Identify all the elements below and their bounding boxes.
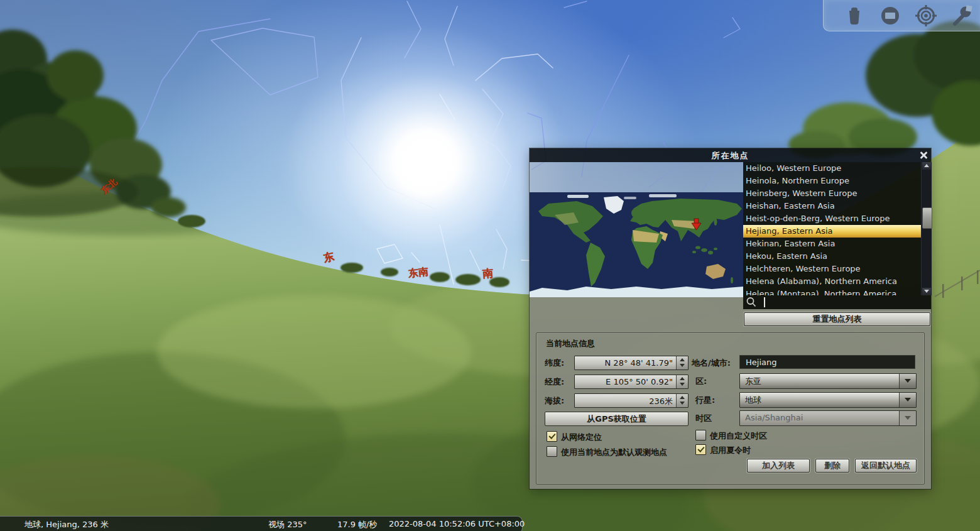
checkbox-label: 使用当前地点为默认观测地点: [561, 447, 667, 458]
top-toolbar: [823, 0, 980, 31]
planet-value: 地球: [745, 395, 761, 406]
stellarium-app: 阳: [0, 0, 980, 531]
location-list[interactable]: Heiloo, Western Europe Heinola, Northern…: [743, 162, 921, 295]
cardinal-label-south: 南: [482, 266, 494, 281]
timezone-value: Asia/Shanghai: [745, 413, 803, 422]
checkbox-daylight-saving[interactable]: [695, 444, 706, 455]
list-item[interactable]: Hekou, Eastern Asia: [743, 250, 921, 263]
location-dialog: 所在地点: [530, 148, 931, 489]
latitude-spinbox[interactable]: N 28° 48' 41.79": [574, 356, 689, 370]
altitude-value: 236米: [649, 396, 673, 407]
longitude-spinbox[interactable]: E 105° 50' 0.92": [574, 375, 689, 389]
location-marker-icon[interactable]: [844, 5, 865, 26]
checkbox-custom-timezone[interactable]: [695, 430, 706, 441]
altitude-label: 海拔:: [545, 395, 564, 407]
longitude-value: E 105° 50' 0.92": [606, 377, 673, 386]
checkbox-default-location[interactable]: [547, 446, 557, 457]
world-map[interactable]: [530, 192, 743, 297]
list-item-selected[interactable]: Hejiang, Eastern Asia: [743, 225, 921, 238]
text-caret: [764, 297, 765, 307]
latitude-label: 纬度:: [545, 358, 564, 369]
location-search-input[interactable]: [743, 295, 931, 309]
close-icon[interactable]: [919, 151, 928, 160]
cardinal-label-southeast: 东南: [408, 265, 429, 280]
scroll-up-icon[interactable]: [922, 162, 931, 170]
target-crosshair-icon[interactable]: [915, 5, 937, 26]
wrench-icon[interactable]: [951, 5, 972, 26]
spin-buttons[interactable]: [676, 375, 688, 388]
planet-dropdown[interactable]: 地球: [739, 392, 917, 408]
list-item[interactable]: Heist-op-den-Berg, Western Europe: [743, 212, 921, 225]
screen-panel-icon[interactable]: [879, 5, 901, 26]
chevron-down-icon: [899, 411, 916, 425]
region-value: 东亚: [745, 376, 761, 387]
status-bar: 地球, Hejiang, 236 米 视场 235° 17.9 帧/秒 2022…: [0, 516, 523, 531]
trees-right: [788, 21, 980, 158]
timezone-label: 时区: [695, 413, 712, 424]
list-item[interactable]: Helena (Alabama), Northern America: [743, 275, 921, 288]
status-fov: 视场 235°: [268, 519, 307, 530]
scrollbar-handle[interactable]: [922, 207, 932, 229]
longitude-label: 经度:: [545, 376, 564, 388]
status-location: 地球, Hejiang, 236 米: [24, 519, 109, 530]
region-label: 区:: [695, 376, 707, 387]
get-location-from-gps-button[interactable]: 从GPS获取位置: [545, 412, 689, 426]
return-default-location-button[interactable]: 返回默认地点: [855, 459, 917, 473]
list-item[interactable]: Hekinan, Eastern Asia: [743, 238, 921, 250]
map-background-band: [530, 162, 743, 192]
latitude-value: N 28° 48' 41.79": [605, 358, 673, 368]
list-item[interactable]: Heinsberg, Western Europe: [743, 187, 921, 200]
spin-buttons[interactable]: [676, 356, 688, 370]
add-to-list-button[interactable]: 加入列表: [747, 459, 810, 473]
dialog-title: 所在地点: [530, 150, 931, 161]
planet-label: 行星:: [695, 395, 715, 406]
checkbox-label: 使用自定义时区: [710, 430, 767, 442]
current-location-group: 当前地点信息 纬度: N 28° 48' 41.79" 经度: E 105° 5…: [536, 332, 925, 484]
region-dropdown[interactable]: 东亚: [739, 373, 917, 389]
list-item[interactable]: Helena (Montana), Northern America: [743, 288, 921, 295]
name-city-input[interactable]: Hejiang: [739, 355, 915, 369]
chevron-down-icon[interactable]: [899, 393, 916, 407]
list-item[interactable]: Heishan, Eastern Asia: [743, 200, 921, 212]
reset-location-list-button[interactable]: 重置地点列表: [744, 312, 930, 326]
list-item[interactable]: Heiloo, Western Europe: [743, 162, 921, 175]
chevron-down-icon[interactable]: [899, 374, 916, 388]
list-item[interactable]: Helchteren, Western Europe: [743, 263, 921, 275]
scroll-down-icon[interactable]: [922, 288, 931, 295]
spin-buttons[interactable]: [676, 394, 688, 407]
dialog-titlebar[interactable]: 所在地点: [530, 148, 931, 162]
checkbox-label: 从网络定位: [561, 432, 602, 443]
status-datetime: 2022-08-04 10:52:06 UTC+08:00: [389, 519, 525, 528]
altitude-spinbox[interactable]: 236米: [574, 393, 689, 408]
trees-left: [0, 30, 186, 217]
group-title: 当前地点信息: [546, 338, 595, 349]
timezone-dropdown: Asia/Shanghai: [739, 410, 917, 426]
name-city-label: 地名/城市:: [692, 358, 731, 369]
checkbox-network-locate[interactable]: [547, 431, 557, 442]
checkbox-label: 启用夏令时: [710, 445, 751, 456]
list-scrollbar[interactable]: [921, 162, 932, 295]
magnifier-icon: [746, 297, 757, 308]
delete-button[interactable]: 删除: [815, 459, 849, 473]
status-fps: 17.9 帧/秒: [337, 519, 377, 530]
list-item[interactable]: Heinola, Northern Europe: [743, 175, 921, 187]
